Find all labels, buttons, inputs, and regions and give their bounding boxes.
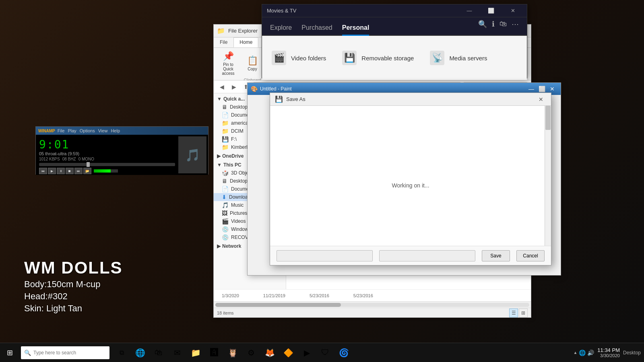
saveas-close-btn[interactable]: ✕ (536, 94, 546, 105)
winamp-menu-options[interactable]: Options (80, 128, 95, 133)
saveas-dialog: 💾 Save As ✕ Working on it... Save Cancel (270, 93, 551, 265)
paint-title: Untitled - Paint (260, 86, 524, 92)
taskbar-icon11[interactable]: 🛡 (316, 344, 334, 362)
saveas-save-btn[interactable]: Save (482, 250, 510, 261)
taskbar-mail-btn[interactable]: ✉ (168, 344, 186, 362)
taskbar-tripadvisor-btn[interactable]: 🦉 (224, 344, 242, 362)
winamp-album-art: 🎵 (178, 136, 206, 173)
status-items-count: 18 items (217, 311, 234, 315)
sidebar-item-music-label: Music (231, 202, 244, 208)
winamp-stop-btn[interactable]: ⏹ (66, 168, 74, 174)
taskbar-start-btn[interactable]: ⊞ (0, 343, 19, 362)
taskbar-store-btn[interactable]: 🛍 (150, 344, 167, 362)
saveas-titlebar: 💾 Save As ✕ (270, 93, 551, 106)
taskbar-icon10[interactable]: ▶ (298, 344, 316, 362)
winamp-seek-position (87, 162, 90, 167)
taskbar-search-icon: 🔍 (24, 350, 31, 356)
taskbar-show-desktop-btn[interactable]: Desktop (623, 350, 641, 356)
movies-store-icon[interactable]: 🛍 (500, 20, 507, 32)
thispc-label: This PC (223, 162, 242, 168)
winamp-next-btn[interactable]: ⏭ (74, 168, 83, 174)
movies-video-folders[interactable]: 🎬 Video folders (272, 51, 326, 65)
horizontal-scrollbar[interactable] (214, 301, 531, 308)
saveas-cancel-btn[interactable]: Cancel (516, 250, 545, 261)
skin-text: Skin: Light Tan (24, 303, 123, 314)
taskbar-taskview-btn[interactable]: ⧉ (113, 344, 130, 362)
winamp-open-btn[interactable]: 📂 (83, 168, 91, 174)
taskbar-search-input[interactable] (33, 350, 98, 356)
movies-nav-personal[interactable]: Personal (342, 24, 369, 36)
winamp-menu-file[interactable]: File (58, 128, 65, 133)
sys-tray-network-icon[interactable]: 🌐 (579, 350, 586, 356)
desktop2-icon: 🖥 (222, 178, 227, 184)
movies-media-servers[interactable]: 📡 Media servers (430, 51, 487, 65)
ribbon-tab-file[interactable]: File (214, 37, 233, 47)
winamp-menu-view[interactable]: View (98, 128, 108, 133)
desktop-overlay-text: WM DOLLS Body:150cm M-cup Head:#302 Skin… (24, 258, 123, 314)
movies-search-icon[interactable]: 🔍 (478, 20, 487, 32)
movies-more-icon[interactable]: ⋯ (512, 20, 519, 32)
taskbar-date: 3/30/2020 (597, 353, 620, 358)
removable-storage-icon: 💾 (342, 51, 357, 65)
nav-back-btn[interactable]: ◀ (217, 82, 227, 92)
media-servers-icon: 📡 (430, 51, 444, 65)
saveas-filename-field[interactable] (277, 250, 373, 261)
taskbar-sys-tray: ▲ 🌐 🔊 (573, 350, 594, 356)
movies-close-btn[interactable]: ✕ (504, 4, 522, 17)
movies-removable-storage[interactable]: 💾 Removable storage (342, 51, 414, 65)
movies-minimize-btn[interactable]: — (460, 4, 479, 17)
movies-info-icon[interactable]: ℹ (492, 20, 495, 32)
copy-label: Copy (248, 67, 257, 71)
folder-icon-1: 📁 (222, 120, 229, 126)
view-details-btn[interactable]: ☰ (509, 309, 518, 317)
winamp-menu-help[interactable]: Help (111, 128, 120, 133)
winamp-menu-play[interactable]: Play (68, 128, 76, 133)
winamp-logo: WINAMP (38, 129, 55, 133)
date-2: 11/21/2019 (263, 293, 285, 298)
winamp-prev-btn[interactable]: ⏮ (39, 168, 47, 174)
movies-nav-explore[interactable]: Explore (270, 24, 292, 36)
winamp-pause-btn[interactable]: ⏸ (57, 168, 65, 174)
winamp-info: 1012 KBPS 08 BHZ 0 MONO (39, 157, 175, 161)
music-icon: 🎵 (222, 202, 229, 208)
documents2-icon: 📄 (222, 186, 229, 192)
movies-nav: Explore Purchased Personal 🔍 ℹ 🛍 ⋯ (262, 17, 527, 36)
ribbon-tab-home[interactable]: Home (233, 37, 258, 47)
saveas-scrollbar[interactable] (545, 106, 551, 246)
sys-tray-show-btn[interactable]: ▲ (573, 350, 577, 355)
taskbar-amazon-btn[interactable]: 🅰 (205, 344, 223, 362)
copy-btn[interactable]: 📋 Copy (241, 54, 264, 73)
quickaccess-chevron: ▼ (217, 96, 222, 102)
taskbar-search-box[interactable]: 🔍 (21, 346, 109, 359)
movies-maximize-btn[interactable]: ⬜ (482, 4, 500, 17)
pin-icon: 📌 (223, 51, 234, 62)
nav-forward-btn[interactable]: ▶ (229, 82, 239, 92)
taskbar-icon8[interactable]: 🦊 (261, 344, 279, 362)
movies-nav-purchased[interactable]: Purchased (301, 24, 332, 36)
taskbar-edge-btn[interactable]: 🌐 (131, 344, 149, 362)
taskbar-vlc-btn[interactable]: 🔶 (279, 344, 297, 362)
winamp-volume[interactable] (94, 169, 118, 173)
view-large-icon-btn[interactable]: ⊞ (519, 309, 528, 317)
folder-icon-3: 📁 (222, 144, 229, 150)
network-label: Network (222, 243, 241, 249)
taskbar-pinned-icons: ⧉ 🌐 🛍 ✉ 📁 🅰 🦉 ⚙ 🦊 🔶 ▶ 🛡 🌀 (113, 344, 353, 362)
sys-tray-volume-icon[interactable]: 🔊 (587, 350, 594, 356)
h-scroll-track[interactable] (215, 303, 529, 307)
downloads-icon: ⬇ (222, 194, 227, 200)
sidebar-item-videos-label: Videos (231, 218, 246, 224)
winamp-seekbar[interactable] (39, 163, 175, 166)
movies-nav-actions: 🔍 ℹ 🛍 ⋯ (478, 20, 519, 35)
winamp-main: 9:01 05 throat-ultra (9:59) 1012 KBPS 08… (37, 136, 177, 173)
taskbar-icon7[interactable]: ⚙ (242, 344, 260, 362)
winamp-play-btn[interactable]: ▶ (48, 168, 56, 174)
taskbar-clock[interactable]: 11:34 PM 3/30/2020 (597, 347, 620, 358)
winamp-menu: File Play Options View Help (58, 128, 120, 133)
pin-to-quickaccess-btn[interactable]: 📌 Pin to Quickaccess (217, 49, 239, 77)
removable-storage-label: Removable storage (361, 55, 414, 62)
taskbar-explorer-btn[interactable]: 📁 (187, 344, 204, 362)
saveas-filetype-field[interactable] (379, 250, 475, 261)
date-4: 5/23/2016 (353, 293, 373, 298)
onedrive-chevron: ▶ (217, 153, 221, 159)
taskbar-icon12[interactable]: 🌀 (335, 344, 353, 362)
